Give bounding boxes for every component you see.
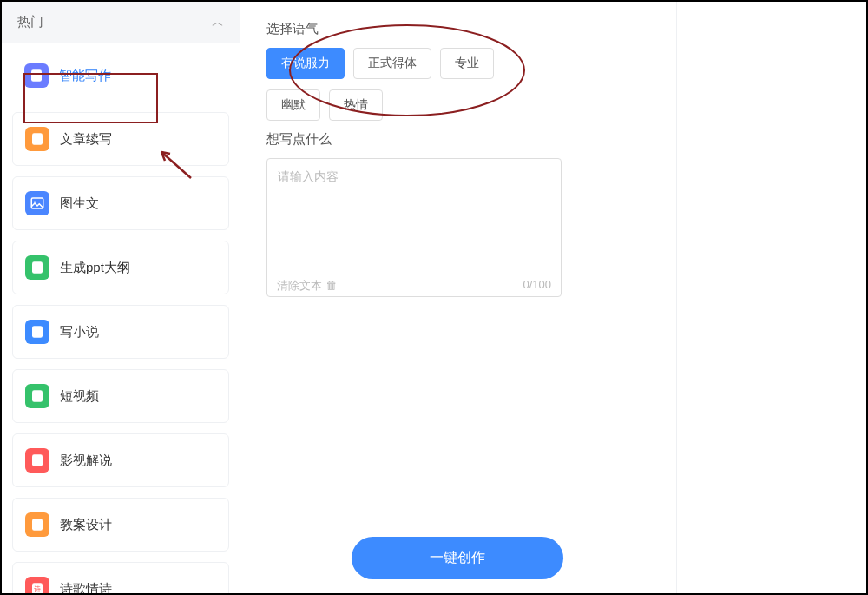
svg-rect-1 bbox=[33, 72, 40, 73]
sidebar-section-title: 热门 bbox=[17, 14, 43, 30]
sidebar-item-icon bbox=[25, 127, 49, 151]
svg-rect-24 bbox=[34, 459, 41, 460]
sidebar-item-icon bbox=[25, 512, 49, 537]
content-section-label: 想写点什么 bbox=[266, 131, 840, 148]
sidebar-item[interactable]: 影视解说 bbox=[12, 433, 229, 487]
svg-text:诗: 诗 bbox=[34, 585, 41, 593]
sidebar-item-icon: 诗 bbox=[25, 577, 49, 595]
submit-button[interactable]: 一键创作 bbox=[352, 537, 563, 579]
svg-rect-28 bbox=[34, 524, 41, 525]
sidebar-item-icon bbox=[25, 448, 49, 473]
sidebar-item-label: 教案设计 bbox=[60, 517, 112, 533]
main-panel: 选择语气 有说服力正式得体专业 幽默热情 想写点什么 清除文本 🗑 0/100 … bbox=[240, 2, 866, 593]
svg-rect-29 bbox=[34, 526, 38, 527]
sidebar-item-label: 图生文 bbox=[60, 195, 99, 212]
sidebar-item-icon bbox=[24, 63, 49, 88]
svg-rect-23 bbox=[34, 457, 41, 458]
svg-rect-13 bbox=[34, 269, 38, 270]
content-textarea-wrap: 清除文本 🗑 0/100 bbox=[266, 158, 840, 301]
sidebar-item[interactable]: 文章续写 bbox=[12, 112, 229, 166]
sidebar-item-label: 诗歌情诗 bbox=[60, 581, 112, 596]
sidebar-item-label: 短视频 bbox=[60, 388, 99, 405]
sidebar-item-icon bbox=[25, 255, 49, 280]
tone-option[interactable]: 热情 bbox=[329, 89, 383, 121]
svg-rect-2 bbox=[33, 75, 40, 76]
svg-rect-11 bbox=[34, 264, 41, 265]
svg-rect-12 bbox=[34, 267, 41, 268]
sidebar-item[interactable]: 写小说 bbox=[12, 305, 229, 359]
sidebar-item[interactable]: 教案设计 bbox=[12, 498, 229, 552]
svg-rect-20 bbox=[34, 395, 41, 396]
tone-row: 有说服力正式得体专业 bbox=[266, 48, 840, 79]
sidebar-item-label: 影视解说 bbox=[60, 453, 112, 469]
sidebar-section-header[interactable]: 热门 ︿ bbox=[2, 2, 240, 43]
sidebar-item[interactable]: 诗诗歌情诗 bbox=[12, 562, 229, 595]
chevron-up-icon: ︿ bbox=[212, 15, 224, 30]
tone-row: 幽默热情 bbox=[266, 89, 840, 121]
clear-text-button[interactable]: 清除文本 🗑 bbox=[277, 278, 337, 294]
svg-rect-17 bbox=[34, 334, 38, 334]
svg-rect-27 bbox=[34, 521, 41, 522]
svg-rect-25 bbox=[34, 462, 38, 463]
sidebar-item[interactable]: 图生文 bbox=[12, 176, 229, 230]
tone-option[interactable]: 有说服力 bbox=[266, 48, 345, 79]
sidebar-item-label: 智能写作 bbox=[59, 68, 111, 84]
sidebar-item-icon bbox=[25, 191, 49, 215]
panel-divider bbox=[676, 2, 677, 593]
svg-rect-7 bbox=[34, 141, 38, 142]
tone-option[interactable]: 幽默 bbox=[266, 89, 320, 121]
svg-rect-15 bbox=[34, 328, 41, 329]
svg-rect-6 bbox=[34, 138, 41, 139]
sidebar-item[interactable]: 生成ppt大纲 bbox=[12, 241, 229, 294]
sidebar-list: 智能写作文章续写图生文生成ppt大纲写小说短视频影视解说教案设计诗诗歌情诗 bbox=[2, 43, 240, 595]
tone-section-label: 选择语气 bbox=[266, 21, 840, 37]
sidebar-item-label: 生成ppt大纲 bbox=[60, 260, 130, 276]
svg-rect-16 bbox=[34, 331, 41, 332]
sidebar-item-label: 文章续写 bbox=[60, 131, 112, 148]
sidebar-item-icon bbox=[25, 320, 49, 344]
svg-rect-5 bbox=[34, 136, 41, 136]
tone-option[interactable]: 正式得体 bbox=[353, 48, 431, 79]
tone-option[interactable]: 专业 bbox=[440, 48, 494, 79]
svg-rect-21 bbox=[34, 398, 38, 399]
svg-rect-19 bbox=[34, 393, 41, 393]
sidebar: 热门 ︿ 智能写作文章续写图生文生成ppt大纲写小说短视频影视解说教案设计诗诗歌… bbox=[2, 2, 240, 593]
sidebar-item[interactable]: 短视频 bbox=[12, 369, 229, 423]
content-input[interactable] bbox=[266, 158, 562, 297]
submit-area: 一键创作 bbox=[266, 537, 648, 579]
sidebar-item[interactable]: 智能写作 bbox=[12, 50, 229, 102]
sidebar-item-label: 写小说 bbox=[60, 324, 99, 340]
svg-rect-3 bbox=[33, 77, 37, 78]
sidebar-item-icon bbox=[25, 384, 49, 408]
